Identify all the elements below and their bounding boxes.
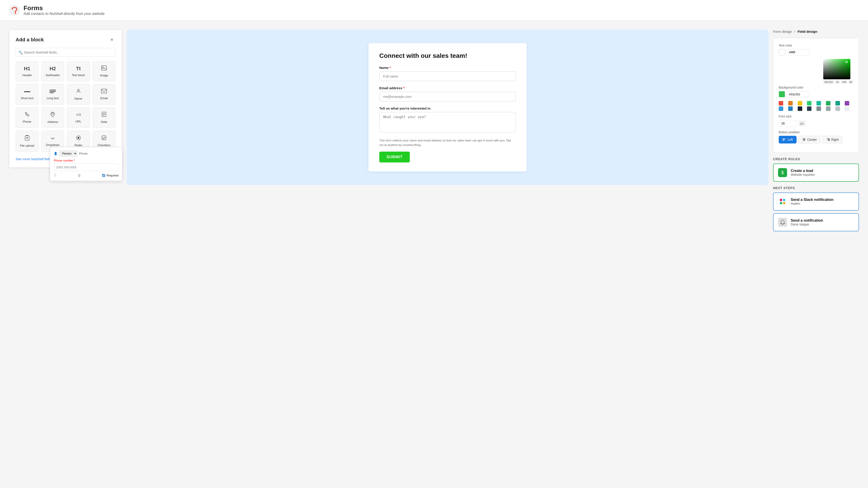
block-item-shorttext[interactable]: Short text [16, 84, 39, 105]
phone-input[interactable] [54, 164, 119, 171]
address-label: Address [47, 120, 58, 124]
checkbox-label: Checkbox [97, 143, 111, 147]
see-more-link[interactable]: See more Nutshell fields [16, 157, 53, 161]
bg-color-hex-input[interactable] [787, 91, 809, 97]
breadcrumb-parent[interactable]: Form design [773, 30, 792, 33]
block-item-longtext[interactable]: Long text [41, 84, 64, 105]
create-lead-card[interactable]: $ Create a lead Website inquiries [773, 164, 859, 182]
add-block-title: Add a block [16, 37, 44, 43]
block-item-name[interactable]: Name [67, 84, 90, 105]
notification-card[interactable]: Send a notification Dana Vargas [773, 213, 859, 231]
swatch-navy[interactable] [807, 106, 811, 111]
svg-rect-9 [101, 89, 107, 93]
shorttext-icon [24, 89, 30, 95]
name-required-star: * [390, 66, 391, 70]
color-picker-cursor [845, 61, 848, 63]
header-icon: H1 [24, 66, 30, 72]
svg-rect-5 [50, 90, 56, 90]
create-rules-heading: CREATE RULES [773, 157, 859, 161]
textblock-label: Text block [72, 73, 85, 77]
slack-notification-card[interactable]: Send a Slack notification #sales [773, 193, 859, 210]
form-field-email: Email address * [379, 86, 516, 101]
submit-button[interactable]: SUBMIT [379, 152, 410, 162]
block-item-fileupload[interactable]: File upload [16, 131, 39, 152]
swatch-white[interactable] [845, 106, 849, 111]
required-checkbox[interactable] [102, 174, 105, 177]
swatch-green[interactable] [807, 101, 811, 105]
svg-rect-6 [50, 91, 56, 92]
delete-icon[interactable]: 🗑 [78, 173, 81, 177]
swatch-orange[interactable] [788, 101, 793, 105]
swatch-darkteal[interactable] [835, 101, 840, 105]
right-panel: Form design > Field design Text color [773, 30, 859, 236]
app-title: Forms [24, 4, 104, 12]
required-row: Required [102, 174, 119, 177]
swatch-blue[interactable] [779, 106, 783, 111]
position-center-button[interactable]: Center [798, 136, 820, 143]
design-section: Text color 33C252 91 194 82 [773, 38, 859, 153]
svg-point-1 [15, 13, 16, 14]
email-icon [101, 89, 107, 95]
text-color-hex-input[interactable] [787, 49, 809, 55]
close-panel-button[interactable]: × [108, 36, 116, 43]
notification-card-title: Send a notification [791, 219, 823, 223]
block-item-phone[interactable]: Phone [16, 107, 39, 128]
email-field-input[interactable] [379, 92, 516, 101]
create-lead-text: Create a lead Website inquiries [791, 169, 815, 176]
create-lead-title: Create a lead [791, 169, 815, 173]
block-item-textblock[interactable]: Tt Text block [67, 61, 90, 81]
add-block-panel: Add a block × 🔍 H1 Header H2 Subheader T… [9, 30, 122, 168]
swatch-gray1[interactable] [816, 106, 821, 111]
next-steps-heading: NEXT STEPS [773, 186, 859, 190]
swatch-teal[interactable] [816, 101, 821, 105]
button-position-label: Button position [779, 130, 853, 134]
svg-rect-4 [24, 91, 30, 92]
name-label: Name [74, 97, 82, 100]
bg-color-row: Background color [779, 86, 853, 97]
position-right-button[interactable]: Right [822, 136, 842, 143]
swatch-gray2[interactable] [826, 106, 831, 111]
block-item-note[interactable]: Note [93, 107, 116, 128]
app-header-text: Forms Add contacts to Nutshell directly … [24, 4, 104, 16]
svg-point-8 [78, 89, 79, 91]
text-color-label: Text color [779, 43, 853, 47]
email-required-star: * [403, 86, 405, 90]
hex-value: 33C252 [823, 80, 834, 84]
swatch-yellow[interactable] [798, 101, 802, 105]
block-item-url[interactable]: URL [67, 107, 90, 128]
text-color-row: Text color [779, 43, 853, 55]
phone-label: Phone [23, 120, 31, 123]
font-size-unit: px [799, 121, 805, 126]
person-select[interactable]: Person [59, 151, 77, 157]
name-field-input[interactable] [379, 71, 516, 81]
position-left-button[interactable]: Left [779, 136, 797, 143]
block-item-header[interactable]: H1 Header [16, 61, 39, 81]
swatch-red[interactable] [779, 101, 783, 105]
font-size-input[interactable] [779, 120, 797, 127]
swatch-darkgreen[interactable] [826, 101, 831, 105]
notification-card-subtitle: Dana Vargas [791, 223, 823, 226]
note-icon [101, 111, 106, 119]
swatch-lightgray[interactable] [835, 106, 840, 111]
swatch-darkblue[interactable] [788, 106, 793, 111]
swatch-nearblack[interactable] [798, 106, 802, 111]
interest-field-textarea[interactable] [379, 112, 516, 132]
subheader-label: Subheader [45, 73, 60, 77]
search-input[interactable] [16, 48, 116, 57]
block-item-address[interactable]: Address [41, 107, 64, 128]
block-item-email[interactable]: Email [93, 84, 116, 105]
phone-popup-header: 👤 Person Phone [54, 151, 119, 157]
url-label: URL [75, 120, 81, 123]
block-grid: H1 Header H2 Subheader Tt Text block Ima… [16, 61, 116, 152]
color-gradient-canvas[interactable] [823, 59, 850, 79]
swatch-purple[interactable] [845, 101, 849, 105]
slack-card-text: Send a Slack notification #sales [791, 198, 833, 205]
block-item-image[interactable]: Image [93, 61, 116, 81]
text-color-input-row [779, 49, 853, 55]
svg-rect-30 [780, 202, 782, 204]
phone-popup-selects: 👤 Person Phone [54, 151, 88, 157]
block-item-subheader[interactable]: H2 Subheader [41, 61, 64, 81]
person-icon: 👤 [54, 152, 57, 155]
search-wrapper: 🔍 [16, 48, 116, 57]
svg-point-10 [52, 113, 54, 115]
